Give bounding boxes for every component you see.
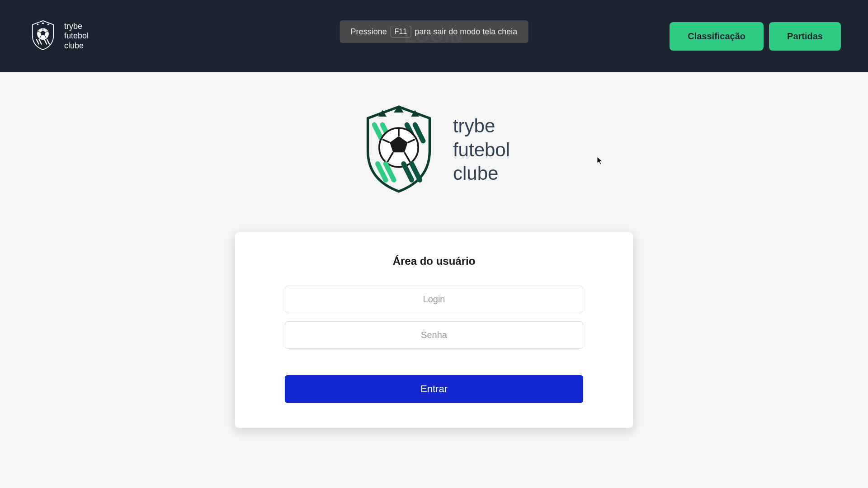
logo-small: trybe futebol clube bbox=[27, 19, 89, 53]
nav-buttons: Classificação Partidas bbox=[670, 22, 841, 51]
svg-marker-2 bbox=[47, 23, 50, 25]
submit-button[interactable]: Entrar bbox=[285, 375, 583, 403]
login-card: Área do usuário Entrar bbox=[235, 232, 633, 428]
shield-ball-icon bbox=[27, 19, 59, 53]
brand-line: futebol bbox=[64, 31, 89, 41]
fullscreen-exit-notice: Pressione F11 para sair do modo tela che… bbox=[340, 20, 528, 43]
main-content: trybe futebol clube Área do usuário Entr… bbox=[0, 72, 868, 428]
cursor-icon bbox=[597, 156, 603, 165]
brand-line: trybe bbox=[453, 114, 510, 138]
password-input[interactable] bbox=[285, 321, 583, 349]
brand-line: futebol bbox=[453, 138, 510, 162]
card-title: Área do usuário bbox=[393, 255, 476, 267]
login-input[interactable] bbox=[285, 286, 583, 313]
svg-marker-0 bbox=[36, 23, 39, 25]
svg-marker-1 bbox=[42, 22, 44, 24]
logo-small-text: trybe futebol clube bbox=[64, 22, 89, 51]
logo-large-text: trybe futebol clube bbox=[453, 114, 510, 186]
brand-line: trybe bbox=[64, 22, 89, 32]
notice-text-before: Pressione bbox=[351, 27, 387, 37]
partidas-button[interactable]: Partidas bbox=[769, 22, 841, 51]
logo-large: trybe futebol clube bbox=[358, 99, 510, 201]
classificacao-button[interactable]: Classificação bbox=[670, 22, 764, 51]
brand-line: clube bbox=[453, 162, 510, 186]
brand-line: clube bbox=[64, 41, 89, 51]
shield-ball-icon bbox=[358, 99, 439, 201]
key-hint: F11 bbox=[391, 26, 411, 38]
notice-text-after: para sair do modo tela cheia bbox=[415, 27, 517, 37]
